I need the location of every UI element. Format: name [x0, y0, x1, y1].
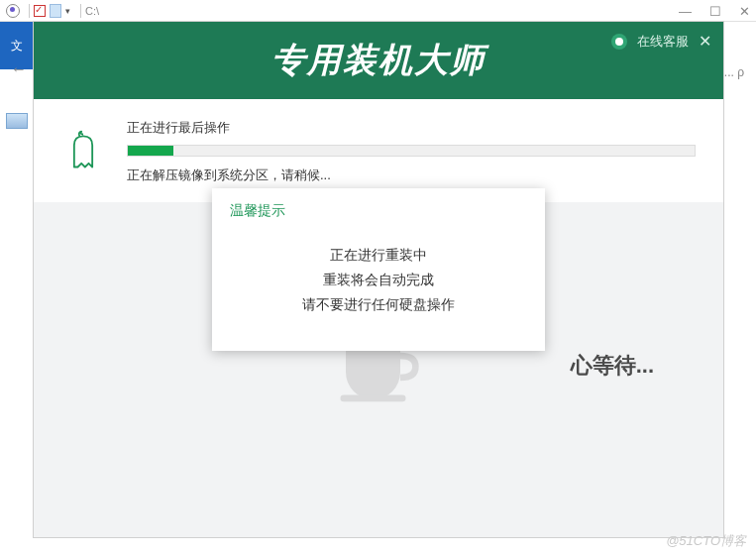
app-icon — [6, 4, 20, 18]
tip-line-3: 请不要进行任何硬盘操作 — [230, 293, 527, 318]
tip-title: 温馨提示 — [230, 202, 527, 220]
dropdown-icon[interactable]: ▾ — [65, 6, 70, 16]
progress-label: 正在进行最后操作 — [127, 119, 696, 137]
window-titlebar: ▾ C:\ — ☐ ✕ — [0, 0, 756, 22]
drive-icon[interactable] — [6, 113, 28, 129]
progress-fill — [128, 146, 173, 156]
watermark: @51CTO博客 — [666, 532, 746, 550]
customer-service-link[interactable]: 在线客服 — [637, 33, 689, 51]
separator — [80, 4, 81, 18]
tip-line-2: 重装将会自动完成 — [230, 269, 527, 293]
window-close[interactable]: ✕ — [739, 4, 750, 19]
separator — [29, 4, 30, 18]
app-title: 专用装机大师 — [271, 38, 486, 83]
window-maximize[interactable]: ☐ — [709, 4, 721, 19]
progress-card: 正在进行最后操作 正在解压镜像到系统分区，请稍候... — [34, 99, 723, 202]
waiting-text: 心等待... — [571, 351, 654, 381]
app-header: 专用装机大师 在线客服 ✕ — [34, 22, 723, 99]
tip-line-1: 正在进行重装中 — [230, 244, 527, 269]
progress-status-text: 正在解压镜像到系统分区，请稍候... — [127, 167, 696, 184]
svg-rect-0 — [341, 395, 406, 402]
tip-dialog: 温馨提示 正在进行重装中 重装将会自动完成 请不要进行任何硬盘操作 — [212, 188, 545, 351]
window-minimize[interactable]: — — [679, 4, 692, 19]
search-suffix[interactable]: ... ρ — [724, 65, 744, 79]
customer-service-icon — [611, 34, 627, 50]
check-icon[interactable] — [34, 5, 46, 17]
progress-bar — [127, 145, 696, 157]
app-close-button[interactable]: ✕ — [699, 32, 711, 51]
document-icon[interactable] — [50, 4, 61, 18]
path-text: C:\ — [85, 5, 99, 17]
ghost-icon — [61, 129, 105, 172]
explorer-sidebar — [0, 69, 34, 129]
